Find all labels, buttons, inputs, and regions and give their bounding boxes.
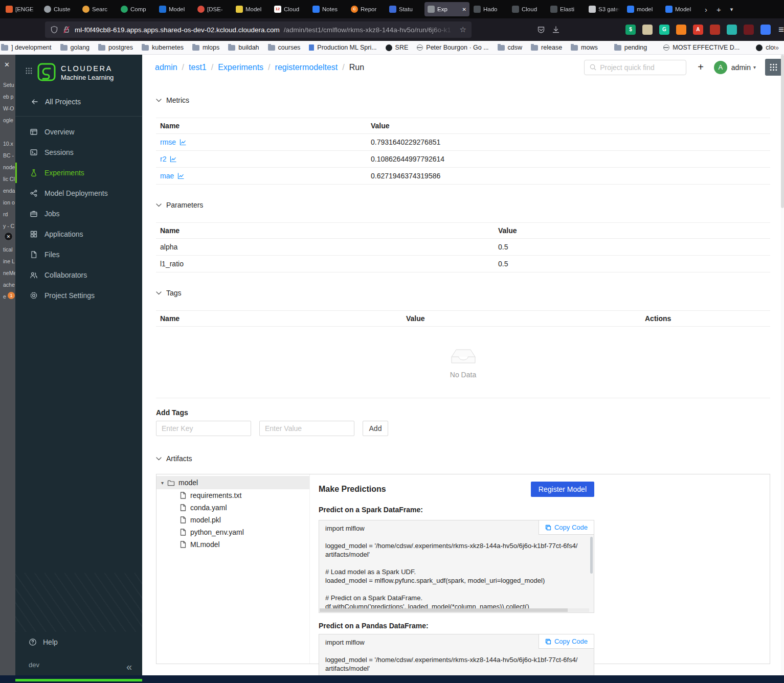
chevron-down-icon[interactable]: ▾ [753, 64, 756, 70]
metric-link-rmse[interactable]: rmse [160, 138, 187, 146]
tag-value-input[interactable] [259, 421, 354, 436]
tree-file[interactable]: conda.yaml [156, 502, 309, 514]
sidebar-item-experiments[interactable]: Experiments [15, 163, 142, 183]
tree-file[interactable]: python_env.yaml [156, 526, 309, 538]
bookmark-item[interactable]: MOST EFFECTIVE D... [663, 44, 740, 51]
all-projects-link[interactable]: All Projects [15, 96, 142, 108]
sidebar-item-model-deployments[interactable]: Model Deployments [15, 183, 142, 203]
tab-close-icon[interactable]: ✕ [462, 7, 466, 12]
browser-tab[interactable]: Statu ✕ [386, 2, 423, 16]
sidebar-item-sessions[interactable]: Sessions [15, 142, 142, 163]
tag-key-input[interactable] [156, 421, 251, 436]
bookmark-item[interactable]: pending [614, 44, 647, 51]
extension-icon[interactable]: G [659, 25, 669, 35]
tracking-protection-shield-icon[interactable] [50, 26, 58, 34]
scrollbar-thumb[interactable] [590, 537, 593, 574]
breadcrumb-item[interactable]: Run / [349, 63, 364, 72]
breadcrumb-item[interactable]: test1 / [189, 63, 213, 72]
parameters-section-header[interactable]: Parameters [156, 201, 770, 209]
breadcrumb-label[interactable]: test1 [189, 63, 207, 72]
bookmark-item[interactable]: release [531, 44, 562, 51]
browser-tab[interactable]: Model ✕ [233, 2, 270, 16]
collapse-sidebar-icon[interactable]: « [126, 661, 132, 673]
browser-tab[interactable]: Cloud ✕ [509, 2, 546, 16]
browser-tab[interactable]: Notes ✕ [309, 2, 347, 16]
add-tag-button[interactable]: Add [363, 421, 388, 436]
breadcrumb-label[interactable]: admin [155, 63, 177, 72]
new-tab-button[interactable]: + [716, 5, 721, 14]
breadcrumb-item[interactable]: registermodeltest / [275, 63, 345, 72]
apps-grid-icon[interactable] [26, 67, 32, 74]
bookmark-item[interactable]: ] development [1, 44, 52, 51]
metric-link-r2[interactable]: r2 [160, 155, 177, 163]
url-bar[interactable]: ml-f0f49cb8-619.apps.apps.shared-os-dev-… [45, 21, 472, 38]
breadcrumb-item[interactable]: Experiments / [218, 63, 270, 72]
user-menu[interactable]: admin [731, 63, 751, 72]
pocket-icon[interactable] [537, 26, 545, 34]
tab-scroll-right-icon[interactable]: › [705, 5, 707, 14]
sidebar-item-collaborators[interactable]: Collaborators [15, 265, 142, 285]
browser-tab[interactable]: Comp ✕ [118, 2, 155, 16]
bookmark-item[interactable]: SRE [386, 44, 409, 51]
register-model-button[interactable]: Register Model [531, 482, 594, 497]
sidebar-item-applications[interactable]: Applications [15, 224, 142, 244]
browser-tab[interactable]: Searc ✕ [79, 2, 117, 16]
app-switcher-button[interactable] [765, 59, 782, 76]
bookmarks-overflow-icon[interactable]: » [775, 43, 779, 52]
browser-tab[interactable]: Cluste ✕ [41, 2, 78, 16]
browser-tab[interactable]: Hado ✕ [471, 2, 508, 16]
close-badge-icon[interactable]: ✕ [4, 232, 13, 241]
search-input[interactable] [600, 63, 681, 72]
bookmark-item[interactable]: courses [268, 44, 301, 51]
sidebar-item-overview[interactable]: Overview [15, 122, 142, 142]
metric-link-mae[interactable]: mae [160, 172, 185, 180]
tree-file[interactable]: MLmodel [156, 538, 309, 551]
bookmark-item[interactable]: cloudera-sense/pre... [756, 44, 775, 51]
extension-icon[interactable] [744, 25, 754, 35]
project-quick-find[interactable] [584, 60, 686, 75]
tree-file[interactable]: model.pkl [156, 514, 309, 526]
breadcrumb-item[interactable]: admin / [155, 63, 184, 72]
bookmark-item[interactable]: mlops [192, 44, 219, 51]
breadcrumb-label[interactable]: registermodeltest [275, 63, 338, 72]
extension-icon[interactable] [676, 25, 686, 35]
bookmark-item[interactable]: golang [60, 44, 90, 51]
download-icon[interactable] [552, 26, 560, 34]
breadcrumb-label[interactable]: Run [349, 63, 364, 72]
artifacts-section-header[interactable]: Artifacts [156, 454, 770, 463]
sidebar-item-jobs[interactable]: Jobs [15, 203, 142, 224]
browser-tab[interactable]: Model ✕ [156, 2, 193, 16]
bookmark-star-icon[interactable]: ☆ [459, 25, 466, 34]
bookmark-item[interactable]: kubernetes [142, 44, 184, 51]
browser-tab[interactable]: C Repor ✕ [348, 2, 385, 16]
menu-icon[interactable]: ≡ [778, 24, 784, 35]
bookmark-item[interactable]: Production ML Spri... [309, 44, 376, 51]
browser-tab[interactable]: model ✕ [624, 2, 661, 16]
breadcrumb-label[interactable]: Experiments [218, 63, 263, 72]
tree-file[interactable]: requirements.txt [156, 489, 309, 502]
extension-icon[interactable] [760, 25, 771, 35]
tree-caret-icon[interactable]: ▾ [161, 480, 164, 486]
extension-icon[interactable] [727, 25, 737, 35]
avatar[interactable]: A [714, 61, 727, 74]
browser-tab[interactable]: [ENGE ✕ [3, 2, 40, 16]
add-button[interactable]: + [698, 61, 704, 73]
bookmark-item[interactable]: postgres [98, 44, 133, 51]
tab-list-dropdown-icon[interactable]: ▾ [730, 6, 733, 13]
bookmark-item[interactable]: buildah [228, 44, 259, 51]
browser-tab[interactable]: S3 gatew ✕ [586, 2, 623, 16]
browser-tab[interactable]: Elasti ✕ [547, 2, 585, 16]
browser-tab[interactable]: Exp ✕ [424, 2, 469, 16]
bookmark-item[interactable]: Peter Bourgon · Go ... [417, 44, 488, 51]
extension-icon[interactable]: $ [625, 25, 636, 35]
extension-icon[interactable]: A [693, 25, 703, 35]
bookmark-item[interactable]: cdsw [498, 44, 522, 51]
scrollbar-thumb[interactable] [320, 608, 568, 612]
help-link[interactable]: Help [15, 638, 58, 646]
sidebar-item-files[interactable]: Files [15, 244, 142, 265]
copy-code-button[interactable]: Copy Code [539, 634, 594, 649]
metrics-section-header[interactable]: Metrics [156, 96, 770, 104]
browser-tab[interactable]: [DSE- ✕ [194, 2, 232, 16]
close-icon[interactable]: ✕ [4, 61, 10, 69]
browser-tab[interactable]: Model ✕ [662, 2, 700, 16]
